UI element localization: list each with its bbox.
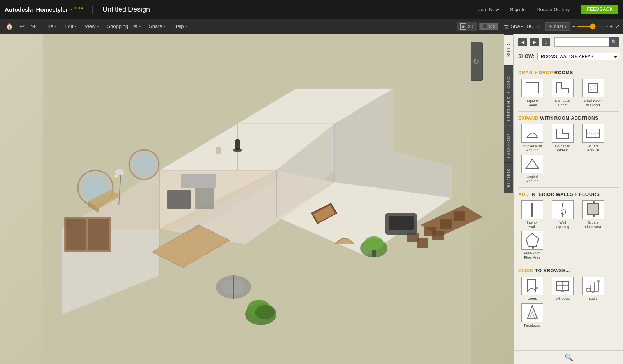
svg-rect-17 xyxy=(195,188,214,209)
show-row: SHOW: ROOMS, WALLS & AREAS WALLS ONLY FL… xyxy=(514,50,623,63)
svg-rect-81 xyxy=(591,285,595,291)
design-gallery-link[interactable]: Design Gallery xyxy=(537,7,570,12)
sign-in-link[interactable]: Sign In xyxy=(510,7,526,12)
landscape-tab[interactable]: LANDSCAPE xyxy=(504,126,513,163)
svg-point-26 xyxy=(255,305,275,319)
doors-item[interactable]: Doors xyxy=(518,276,546,301)
interior-wall-item[interactable]: InteriorWall xyxy=(518,200,546,229)
zoom-out-button[interactable]: − xyxy=(572,23,575,30)
curved-wall-item[interactable]: Curved WallAdd-On xyxy=(518,124,546,153)
svg-rect-29 xyxy=(440,219,452,229)
l-shaped-room-svg xyxy=(555,81,570,94)
divider-3 xyxy=(518,264,619,264)
zoom-in-button[interactable]: + xyxy=(610,23,613,30)
toolbar-menus: File ▾ Edit ▾ View ▾ Shopping List ▾ Sha… xyxy=(41,19,192,34)
expand-rooms-grid: Curved WallAdd-On L-ShapedAdd-On xyxy=(518,124,619,184)
square-room-item[interactable]: SquareRoom xyxy=(518,79,546,107)
svg-rect-69 xyxy=(587,203,599,214)
windows-item[interactable]: Windows xyxy=(549,276,577,301)
svg-rect-82 xyxy=(595,282,598,291)
curved-wall-svg xyxy=(524,127,540,140)
stairs-item[interactable]: Stairs xyxy=(579,276,607,301)
svg-point-40 xyxy=(133,154,155,175)
browse-normal: TO BROWSE... xyxy=(535,268,570,273)
sidebar-search-button[interactable]: 🔍 xyxy=(609,37,619,47)
angled-addon-item[interactable]: AngledAdd-On xyxy=(518,155,546,184)
wall-opening-item[interactable]: WallOpening xyxy=(549,200,577,229)
curved-wall-icon xyxy=(521,124,543,143)
wall-opening-label: WallOpening xyxy=(556,220,569,229)
l-shaped-room-item[interactable]: L-ShapedRoom xyxy=(549,79,577,107)
brands-tab[interactable]: BRANDS xyxy=(504,162,513,193)
interior-walls-title: ADD INTERIOR WALLS + FLOORS xyxy=(518,192,619,197)
curved-wall-label: Curved WallAdd-On xyxy=(523,144,542,153)
join-now-link[interactable]: Join Now xyxy=(478,7,499,12)
scene-svg xyxy=(0,34,514,364)
3d-view-button[interactable]: ⬛ 3D xyxy=(479,23,498,30)
sidebar-search-input[interactable] xyxy=(555,39,609,45)
freeform-floor-label: Free-FormFloor Area xyxy=(524,251,541,260)
shopping-list-menu[interactable]: Shopping List ▾ xyxy=(103,19,145,34)
file-menu[interactable]: File ▾ xyxy=(41,19,61,34)
divider-2 xyxy=(518,187,619,188)
l-shaped-addon-item[interactable]: L-ShapedAdd-On xyxy=(549,124,577,153)
snapshots-button[interactable]: 📷 SNAPSHOTS xyxy=(500,24,543,29)
stairs-svg xyxy=(585,277,601,294)
svg-point-83 xyxy=(597,280,600,282)
square-floor-item[interactable]: SquareFloor Area xyxy=(579,200,607,229)
edit-menu-arrow: ▾ xyxy=(75,24,77,28)
view-menu[interactable]: View ▾ xyxy=(81,19,103,34)
expand-normal: WITH ROOM ADDITIONS xyxy=(540,116,598,121)
fullscreen-button[interactable]: ⤢ xyxy=(615,23,620,30)
windows-icon xyxy=(552,276,574,295)
design-title: Untitled Design xyxy=(102,5,150,14)
freeform-floor-icon xyxy=(521,231,543,250)
expand-highlight: EXPAND xyxy=(518,116,540,121)
shopping-list-menu-label: Shopping List xyxy=(107,23,137,29)
zoom-slider[interactable] xyxy=(577,26,608,27)
build-tab[interactable]: BUILD xyxy=(504,34,513,65)
logo: Autodesk® Homestyler™ BETA xyxy=(5,6,83,13)
svg-rect-54 xyxy=(216,147,221,154)
furnish-decorate-tab[interactable]: FURNISH & DECORATE xyxy=(504,65,513,126)
3d-scene xyxy=(0,34,514,364)
help-menu[interactable]: Help ▾ xyxy=(170,19,192,34)
feedback-button[interactable]: FEEDBACK xyxy=(581,5,618,14)
canvas-area[interactable]: ↺ ▲ ▼ ◀ ▶ ✛ ↻ xyxy=(0,34,514,364)
toolbar-left: 🏠 ↩ ↪ xyxy=(0,21,41,32)
freeform-floor-item[interactable]: Free-FormFloor Area xyxy=(518,231,546,260)
svg-rect-38 xyxy=(389,216,414,230)
magnify-button[interactable]: 🔍 xyxy=(565,353,573,362)
undo-button[interactable]: ↩ xyxy=(17,21,27,32)
l-shaped-addon-label: L-ShapedAdd-On xyxy=(555,144,570,153)
zoom-controls: − + xyxy=(572,23,613,30)
sidebar-search: 🔍 xyxy=(554,37,619,47)
small-room-item[interactable]: Small Roomor Closet xyxy=(579,79,607,107)
edit-menu[interactable]: Edit ▾ xyxy=(61,19,81,34)
share-menu[interactable]: Share ▾ xyxy=(145,19,170,34)
interior-wall-icon xyxy=(521,200,543,219)
svg-rect-59 xyxy=(588,84,598,92)
dual-view-button[interactable]: ⊞ dual ▾ xyxy=(545,22,570,31)
home-button[interactable]: 🏠 xyxy=(3,21,16,32)
sidebar-forward-button[interactable]: ▶ xyxy=(530,38,539,46)
sidebar-bottom: 🔍 xyxy=(514,350,623,364)
l-shaped-room-icon xyxy=(552,79,574,97)
l-shaped-addon-svg xyxy=(555,127,570,140)
small-room-label: Small Roomor Closet xyxy=(583,99,602,107)
redo-button[interactable]: ↪ xyxy=(28,21,38,32)
square-floor-label: SquareFloor Area xyxy=(585,220,601,229)
square-floor-icon xyxy=(582,200,604,219)
title-bar-left: Autodesk® Homestyler™ BETA | Untitled De… xyxy=(5,4,150,14)
sidebar-back-button[interactable]: ◀ xyxy=(518,38,527,46)
fireplaces-item[interactable]: Fireplaces xyxy=(518,303,546,328)
share-menu-arrow: ▾ xyxy=(164,24,166,28)
toolbar-right: ▣ 2D ⬛ 3D 📷 SNAPSHOTS ⊞ dual ▾ − + ⤢ xyxy=(457,22,623,31)
show-dropdown[interactable]: ROOMS, WALLS & AREAS WALLS ONLY FLOOR AR… xyxy=(537,52,619,60)
2d-view-button[interactable]: ▣ 2D xyxy=(457,22,477,31)
square-addon-item[interactable]: SquareAdd-On xyxy=(579,124,607,153)
3d-icon: ⬛ xyxy=(483,24,487,28)
drag-rooms-title: DRAG + DROP ROOMS xyxy=(518,70,619,75)
square-addon-icon xyxy=(582,124,604,143)
sidebar-home-button[interactable]: ⌂ xyxy=(542,38,550,46)
